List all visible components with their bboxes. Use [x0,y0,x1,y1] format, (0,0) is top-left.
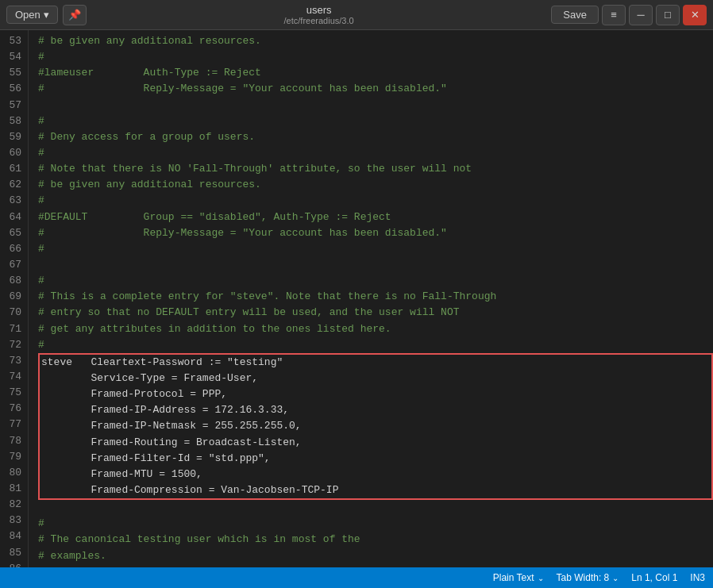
status-bar: Plain Text ⌄ Tab Width: 8 ⌄ Ln 1, Col 1 … [0,567,713,588]
save-button[interactable]: Save [551,6,599,24]
code-line: # [38,49,713,65]
menu-button[interactable]: ≡ [602,5,626,25]
code-line: # examples. [38,548,713,564]
line-number: 66 [5,241,21,257]
code-line: Framed-Compression = Van-Jacobsen-TCP-IP [38,482,713,500]
line-number: 62 [5,177,21,193]
code-line: # Reply-Message = "Your account has been… [38,225,713,241]
code-line: # entry so that no DEFAULT entry will be… [38,305,713,321]
code-line: #lameuser Auth-Type := Reject [38,65,713,81]
line-number: 81 [5,481,21,497]
title-bar: Open ▾ 📌 users /etc/freeradius/3.0 Save … [0,0,713,30]
editor: 5354555657585960616263646566676869707172… [0,30,713,567]
line-number: 60 [5,145,21,161]
code-line: # be given any additional resources. [38,177,713,193]
cursor-label: Ln 1, Col 1 [631,572,677,583]
code-line: # [38,241,713,257]
line-number: 73 [5,353,21,369]
close-icon: ✕ [691,9,700,21]
code-line: Service-Type = Framed-User, [38,371,713,386]
title-center: users /etc/freeradius/3.0 [87,4,552,25]
pin-icon: 📌 [68,9,81,21]
tab-width-chevron: ⌄ [612,574,619,582]
language-label: Plain Text [493,572,534,583]
code-line [38,257,713,273]
tab-width-label: Tab Width: 8 [557,572,610,583]
code-line: Framed-Protocol = PPP, [38,386,713,402]
line-number: 79 [5,449,21,465]
line-number: 61 [5,161,21,177]
line-number: 59 [5,129,21,145]
code-line: Framed-Routing = Broadcast-Listen, [38,435,713,451]
line-number: 86 [5,561,21,567]
title-bar-left: Open ▾ 📌 [6,5,87,25]
code-line: Framed-IP-Address = 172.16.3.33, [38,402,713,418]
line-number: 78 [5,433,21,449]
line-number: 72 [5,337,21,353]
cursor-position: Ln 1, Col 1 [631,572,677,583]
line-number: 69 [5,289,21,305]
encoding: IN3 [690,572,705,583]
tab-width-selector[interactable]: Tab Width: 8 ⌄ [557,572,619,583]
line-number: 83 [5,513,21,528]
code-line: # This is a complete entry for "steve". … [38,289,713,305]
code-line [38,98,713,113]
code-line: # [38,113,713,129]
code-line [38,500,713,516]
code-line: # [38,145,713,161]
title-path: /etc/freeradius/3.0 [87,16,552,25]
code-line: # [38,516,713,532]
code-line: # Note that there is NO 'Fall-Through' a… [38,161,713,177]
title-filename: users [87,4,552,16]
line-number: 58 [5,113,21,129]
encoding-label: IN3 [690,572,705,583]
line-number: 75 [5,385,21,401]
code-line: # Reply-Message = "Your account has been… [38,81,713,97]
line-number: 70 [5,305,21,321]
code-line: # [38,273,713,289]
open-label: Open [15,9,40,21]
maximize-icon: □ [665,9,671,21]
close-button[interactable]: ✕ [683,5,707,25]
pin-button[interactable]: 📌 [63,5,87,25]
menu-icon: ≡ [611,9,617,21]
code-line: # get any attributes in addition to the … [38,321,713,337]
line-number: 74 [5,369,21,385]
title-bar-right: Save ≡ ─ □ ✕ [551,5,707,25]
minimize-icon: ─ [637,9,644,21]
line-number: 76 [5,401,21,417]
line-number: 63 [5,193,21,209]
line-number: 55 [5,65,21,81]
line-number: 67 [5,257,21,273]
code-line: steve Cleartext-Password := "testing" [38,353,713,371]
line-number: 80 [5,465,21,481]
line-number: 84 [5,528,21,544]
open-button[interactable]: Open ▾ [6,6,58,24]
code-line: Framed-IP-Netmask = 255.255.255.0, [38,418,713,434]
code-area[interactable]: # be given any additional resources.##la… [29,30,713,567]
code-line: # [38,193,713,209]
chevron-down-icon: ▾ [44,9,49,21]
line-number: 85 [5,545,21,561]
language-selector[interactable]: Plain Text ⌄ [493,572,544,583]
code-line: # The canonical testing user which is in… [38,532,713,548]
code-line: #DEFAULT Group == "disabled", Auth-Type … [38,209,713,225]
line-number: 77 [5,417,21,432]
editor-content[interactable]: 5354555657585960616263646566676869707172… [0,30,713,567]
line-number: 65 [5,225,21,241]
line-number: 71 [5,321,21,337]
line-number: 64 [5,209,21,225]
line-number: 68 [5,273,21,289]
code-line: # Deny access for a group of users. [38,129,713,145]
line-numbers: 5354555657585960616263646566676869707172… [0,30,29,567]
line-number: 57 [5,98,21,113]
code-line: Framed-MTU = 1500, [38,467,713,482]
line-number: 53 [5,33,21,49]
maximize-button[interactable]: □ [656,5,680,25]
minimize-button[interactable]: ─ [629,5,653,25]
code-line: # be given any additional resources. [38,33,713,49]
line-number: 82 [5,497,21,513]
language-chevron: ⌄ [538,574,544,582]
code-line: # [38,337,713,353]
code-line: Framed-Filter-Id = "std.ppp", [38,451,713,467]
